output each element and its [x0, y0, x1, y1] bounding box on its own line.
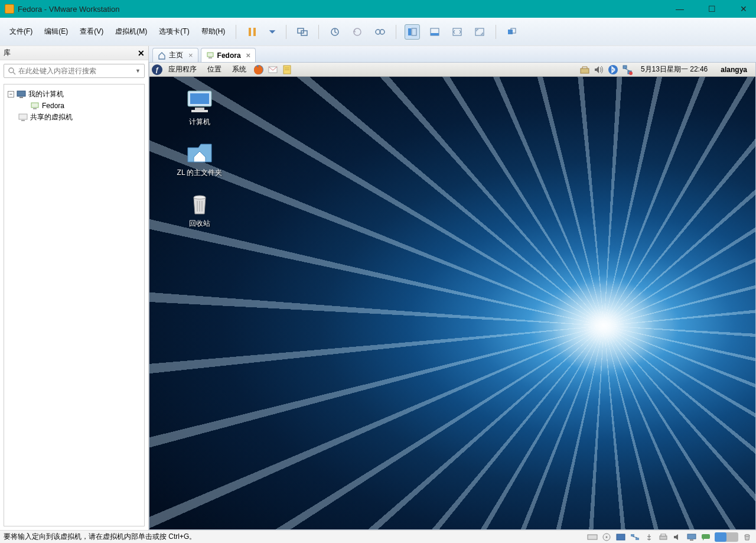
svg-rect-18: [17, 91, 25, 96]
svg-rect-23: [21, 120, 25, 121]
network-icon[interactable]: [621, 64, 633, 76]
folder-home-icon: [185, 139, 214, 165]
svg-rect-21: [33, 108, 37, 109]
pause-button[interactable]: [245, 24, 260, 40]
show-library-button[interactable]: [405, 24, 420, 40]
update-icon[interactable]: [579, 64, 591, 76]
fullscreen-button[interactable]: [472, 24, 487, 40]
svg-rect-1: [253, 28, 256, 36]
svg-line-35: [625, 69, 630, 71]
recycle-icon[interactable]: [742, 533, 752, 541]
mail-icon[interactable]: [267, 64, 279, 76]
maximize-button[interactable]: ☐: [704, 3, 719, 15]
svg-rect-56: [702, 534, 710, 539]
search-icon: [8, 67, 16, 75]
menu-view[interactable]: 查看(V): [74, 23, 109, 40]
search-dropdown-icon[interactable]: ▼: [135, 68, 141, 74]
menu-tabs[interactable]: 选项卡(T): [153, 23, 195, 40]
svg-rect-20: [31, 103, 38, 108]
snapshot-manager-button[interactable]: [372, 24, 387, 40]
svg-rect-38: [190, 93, 209, 104]
disk-icon[interactable]: [587, 533, 598, 541]
tab-label: 主页: [169, 50, 183, 60]
volume-icon[interactable]: [593, 64, 605, 76]
svg-rect-24: [207, 53, 213, 57]
svg-rect-45: [588, 535, 597, 539]
tab-fedora[interactable]: Fedora ×: [201, 48, 256, 62]
snapshot-take-button[interactable]: [327, 24, 343, 40]
printer-icon[interactable]: [658, 533, 669, 541]
stretch-button[interactable]: [449, 24, 465, 40]
library-search[interactable]: ▼: [4, 64, 145, 78]
svg-rect-11: [431, 33, 439, 35]
fedora-logo-icon[interactable]: ƒ: [152, 64, 162, 75]
separator: [318, 25, 319, 39]
bluetooth-icon[interactable]: [607, 64, 619, 76]
statusbar: 要将输入定向到该虚拟机，请在虚拟机内部单击或按 Ctrl+G。: [0, 530, 756, 543]
svg-point-16: [9, 68, 14, 73]
close-button[interactable]: ✕: [736, 3, 751, 15]
vm-console[interactable]: ƒ 应用程序 位置 系统: [149, 62, 756, 530]
fedora-desktop[interactable]: 计算机 ZL 的主文件夹 回收站: [149, 77, 755, 529]
network-adapter-icon[interactable]: [630, 533, 640, 541]
show-thumbnail-button[interactable]: [427, 24, 442, 40]
menu-applications[interactable]: 应用程序: [164, 63, 201, 76]
svg-rect-31: [581, 69, 589, 73]
menu-file[interactable]: 文件(F): [4, 23, 38, 40]
collapse-icon[interactable]: −: [8, 91, 14, 97]
power-dropdown[interactable]: [267, 24, 278, 40]
tree-shared-vms[interactable]: 共享的虚拟机: [6, 111, 142, 123]
menu-vm[interactable]: 虚拟机(M): [109, 23, 153, 40]
snapshot-revert-button[interactable]: [350, 24, 365, 40]
floppy-icon[interactable]: [615, 533, 626, 541]
panel-user[interactable]: alangya: [715, 66, 753, 74]
tree-label: 共享的虚拟机: [30, 112, 73, 122]
svg-rect-14: [508, 30, 513, 34]
unity-button[interactable]: [504, 24, 520, 40]
computer-icon: [17, 90, 26, 99]
tab-close-icon[interactable]: ×: [188, 51, 193, 60]
sound-icon[interactable]: [672, 533, 683, 541]
tab-close-icon[interactable]: ×: [246, 51, 251, 60]
tree-my-computer[interactable]: − 我的计算机: [6, 88, 142, 100]
menu-places[interactable]: 位置: [203, 63, 226, 76]
menu-edit[interactable]: 编辑(E): [38, 23, 74, 40]
icon-label: ZL 的主文件夹: [177, 168, 223, 178]
svg-line-17: [13, 72, 15, 74]
display-icon[interactable]: [686, 533, 697, 541]
svg-rect-8: [408, 28, 411, 35]
library-close-button[interactable]: ✕: [138, 48, 145, 58]
separator: [396, 25, 396, 39]
separator: [496, 25, 496, 39]
svg-rect-9: [412, 28, 416, 35]
vm-icon: [30, 102, 40, 110]
minimize-button[interactable]: —: [672, 3, 687, 15]
tab-home[interactable]: 主页 ×: [152, 48, 198, 62]
app-icon: [5, 4, 14, 14]
desktop-icon-home[interactable]: ZL 的主文件夹: [173, 139, 226, 178]
cd-icon[interactable]: [601, 533, 612, 541]
separator: [286, 25, 286, 39]
window-titlebar: Fedora - VMware Workstation — ☐ ✕: [0, 0, 756, 18]
library-title: 库: [4, 48, 11, 58]
search-input[interactable]: [18, 67, 133, 75]
message-icon[interactable]: [700, 533, 711, 541]
menu-system[interactable]: 系统: [227, 63, 251, 76]
library-panel: 库 ✕ ▼ − 我的计算机 Fedora 共享的虚拟机: [0, 46, 149, 530]
input-toggle[interactable]: [715, 532, 738, 542]
desktop-icon-computer[interactable]: 计算机: [173, 89, 226, 127]
send-ctrl-alt-del-button[interactable]: [295, 24, 310, 40]
panel-datetime[interactable]: 5月13日星期一 22:46: [635, 64, 713, 74]
library-tree: − 我的计算机 Fedora 共享的虚拟机: [4, 84, 145, 526]
trash-icon: [185, 190, 214, 216]
menu-help[interactable]: 帮助(H): [195, 23, 232, 40]
svg-point-41: [194, 196, 206, 199]
svg-rect-12: [453, 28, 461, 35]
notes-icon[interactable]: [281, 64, 293, 76]
firefox-icon[interactable]: [253, 64, 265, 76]
desktop-icon-trash[interactable]: 回收站: [173, 190, 226, 229]
svg-rect-25: [208, 57, 212, 58]
usb-icon[interactable]: [644, 533, 654, 541]
svg-rect-0: [249, 28, 251, 36]
tree-fedora[interactable]: Fedora: [6, 100, 142, 111]
